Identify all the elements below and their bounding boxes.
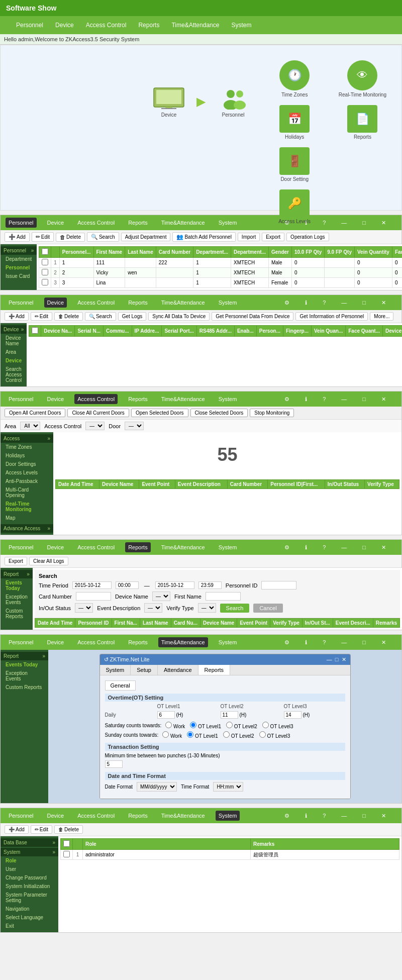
r-restore-icon[interactable]: □ bbox=[359, 542, 369, 553]
ac-sidebar-holidays[interactable]: Holidays bbox=[1, 451, 53, 460]
r-help-icon[interactable]: ? bbox=[320, 542, 329, 553]
pnav-device[interactable]: Device bbox=[44, 218, 67, 228]
reports-icon-item[interactable]: 📄 Reports bbox=[339, 105, 386, 140]
d-getlogs-btn[interactable]: Get Logs bbox=[118, 312, 147, 321]
veriftype-select[interactable]: — bbox=[198, 603, 216, 613]
close-all-btn[interactable]: Close All Current Doors bbox=[67, 409, 129, 417]
d-getinfo-btn[interactable]: Get Information of Personnel bbox=[295, 312, 368, 321]
adjust-dept-btn[interactable]: Adjust Department bbox=[121, 233, 171, 241]
ta-restore-icon[interactable]: □ bbox=[359, 637, 369, 648]
sysnav-device[interactable]: Device bbox=[44, 811, 67, 821]
ac-minimize-icon[interactable]: — bbox=[338, 394, 350, 405]
sys-select-all[interactable] bbox=[63, 840, 70, 847]
sysnav-access[interactable]: Access Control bbox=[74, 811, 118, 821]
nav-access-control[interactable]: Access Control bbox=[86, 22, 127, 29]
ot-daily-l2-input[interactable] bbox=[221, 711, 238, 719]
popup-tab-attendance[interactable]: Attendance bbox=[158, 665, 198, 675]
ac-info-icon[interactable]: ℹ bbox=[302, 394, 310, 405]
stop-monitoring-btn[interactable]: Stop Monitoring bbox=[250, 409, 294, 417]
search-cancel-btn[interactable]: Cancel bbox=[253, 604, 282, 613]
ac-sidebar-map[interactable]: Map bbox=[1, 514, 53, 522]
search-submit-btn[interactable]: Search bbox=[220, 604, 250, 613]
accesslevels-icon-item[interactable]: 🔑 Access Levels bbox=[271, 189, 319, 224]
delete-btn[interactable]: 🗑 Delete bbox=[56, 233, 85, 242]
d-search-btn[interactable]: 🔍 Search bbox=[85, 312, 116, 321]
sun-otl3-radio[interactable]: OT Level3 bbox=[259, 731, 290, 739]
select-all-checkbox[interactable] bbox=[42, 248, 48, 255]
r-sidebar-toggle[interactable]: » bbox=[27, 571, 30, 577]
nav-reports[interactable]: Reports bbox=[138, 22, 159, 29]
dnav-timeatt[interactable]: Time&Attendance bbox=[158, 298, 208, 308]
d-close-icon[interactable]: ✕ bbox=[378, 298, 389, 308]
sys-help-icon[interactable]: ? bbox=[320, 811, 329, 821]
tanav-reports[interactable]: Reports bbox=[125, 637, 151, 647]
pid-input[interactable] bbox=[261, 581, 296, 590]
edit-btn[interactable]: ✏ Edit bbox=[32, 232, 54, 242]
d-delete-btn[interactable]: 🗑 Delete bbox=[54, 312, 83, 321]
sun-otl1-radio[interactable]: OT Level1 bbox=[187, 731, 218, 739]
d-sidebar-searchac[interactable]: Search Access Control bbox=[1, 365, 27, 384]
nav-time-attendance[interactable]: Time&Attendance bbox=[171, 22, 219, 29]
sys-add-btn[interactable]: ➕ Add bbox=[5, 825, 29, 834]
dnav-system[interactable]: System bbox=[216, 298, 240, 308]
rnav-access[interactable]: Access Control bbox=[74, 542, 118, 552]
tanav-timeatt[interactable]: Time&Attendance bbox=[158, 637, 208, 647]
ac-help-icon[interactable]: ? bbox=[320, 394, 329, 405]
min-between-input[interactable] bbox=[105, 760, 123, 768]
ta-settings-icon[interactable]: ⚙ bbox=[281, 637, 292, 648]
dnav-personnel[interactable]: Personnel bbox=[6, 298, 37, 308]
d-sidebar-device[interactable]: Device bbox=[1, 356, 27, 365]
open-all-btn[interactable]: Open All Current Doors bbox=[5, 409, 65, 417]
ac-sidebar-accesslevels[interactable]: Access Levels bbox=[1, 468, 53, 477]
dnav-reports[interactable]: Reports bbox=[125, 298, 151, 308]
d-info-icon[interactable]: ℹ bbox=[302, 298, 310, 308]
sys-row-checkbox-1[interactable] bbox=[63, 851, 70, 857]
d-restore-icon[interactable]: □ bbox=[359, 298, 369, 308]
ac-restore-icon[interactable]: □ bbox=[359, 394, 369, 405]
sys-sidebar-user[interactable]: User bbox=[1, 865, 58, 873]
acnav-access[interactable]: Access Control bbox=[74, 394, 118, 404]
oplogs-btn[interactable]: Operation Logs bbox=[286, 233, 329, 241]
ot-daily-l1-input[interactable] bbox=[157, 711, 175, 719]
ac-close-icon[interactable]: ✕ bbox=[378, 394, 389, 405]
r-settings-icon[interactable]: ⚙ bbox=[281, 542, 292, 553]
acnav-system[interactable]: System bbox=[216, 394, 240, 404]
acnav-personnel[interactable]: Personnel bbox=[6, 394, 37, 404]
pnav-system[interactable]: System bbox=[216, 218, 240, 228]
time-from-input[interactable] bbox=[116, 581, 139, 589]
rnav-system[interactable]: System bbox=[216, 542, 240, 552]
tanav-personnel[interactable]: Personnel bbox=[6, 637, 37, 647]
tanav-system[interactable]: System bbox=[216, 637, 240, 647]
popup-restore-icon[interactable]: □ bbox=[335, 656, 339, 663]
dateformat-select[interactable]: MM/dd/yyyy bbox=[137, 782, 177, 792]
area-select[interactable]: All bbox=[20, 422, 40, 430]
d-sidebar-devicename[interactable]: Device Name bbox=[1, 334, 27, 348]
ac-select[interactable]: — bbox=[85, 422, 105, 430]
batch-add-btn[interactable]: 👥 Batch Add Personnel bbox=[172, 232, 235, 242]
sidebar-item-issuecard[interactable]: Issue Card bbox=[1, 272, 37, 280]
ta-sidebar-exception[interactable]: Exception Events bbox=[1, 669, 48, 683]
ac-adv-toggle[interactable]: » bbox=[47, 526, 50, 531]
r-sidebar-eventstoday[interactable]: Events Today bbox=[1, 578, 33, 593]
sys-sidebar-sysparams[interactable]: System Parameter Setting bbox=[1, 891, 58, 905]
ac-sidebar-timezones[interactable]: Time Zones bbox=[1, 443, 53, 451]
sys-sidebar-sysinit[interactable]: System Initialization bbox=[1, 882, 58, 891]
ta-minimize-icon[interactable]: — bbox=[338, 637, 350, 648]
r-sidebar-custom[interactable]: Custom Reports bbox=[1, 607, 33, 621]
import-btn[interactable]: Import bbox=[238, 233, 260, 241]
pnav-timeatt[interactable]: Time&Attendance bbox=[158, 218, 208, 228]
ta-sidebar-custom[interactable]: Custom Reports bbox=[1, 683, 48, 692]
pnav-personnel[interactable]: Personnel bbox=[6, 218, 37, 228]
rtm-icon-item[interactable]: 👁 Real-Time Monitoring bbox=[339, 60, 386, 97]
holidays-icon-item[interactable]: 📅 Holidays bbox=[271, 105, 319, 140]
r-sidebar-exception[interactable]: Exception Events bbox=[1, 593, 33, 607]
r-info-icon[interactable]: ℹ bbox=[302, 542, 310, 553]
sysnav-system[interactable]: System bbox=[216, 811, 240, 821]
pnav-reports[interactable]: Reports bbox=[125, 218, 151, 228]
search-btn[interactable]: 🔍 Search bbox=[87, 232, 119, 242]
sys-sidebar-exit[interactable]: Exit bbox=[1, 922, 58, 930]
ac-sidebar-antipassback[interactable]: Anti-Passback bbox=[1, 477, 53, 485]
popup-close-icon[interactable]: ✕ bbox=[342, 656, 346, 663]
sysnav-personnel[interactable]: Personnel bbox=[6, 811, 37, 821]
ta-help-icon[interactable]: ? bbox=[320, 637, 329, 648]
